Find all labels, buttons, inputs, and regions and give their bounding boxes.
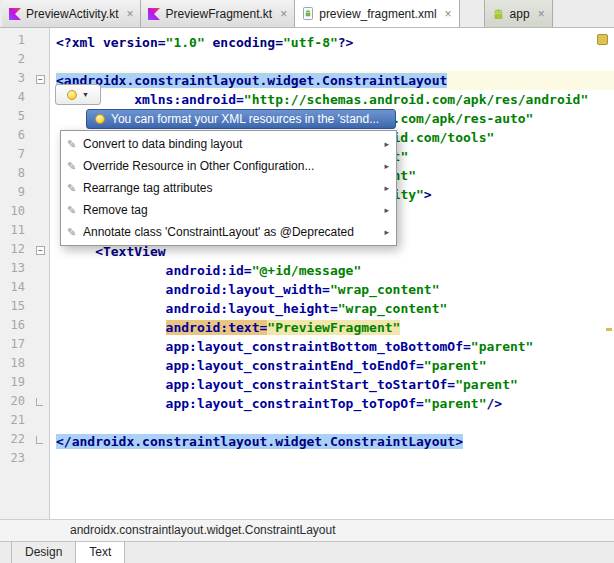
tab-preview-fragment-xml[interactable]: preview_fragment.xml× [295,0,459,27]
tooltip-text: You can format your XML resources in the… [111,112,379,126]
android-robot-icon [492,8,505,20]
chevron-down-icon: ▼ [82,91,89,98]
intention-item[interactable]: ✎Rearrange tag attributes▸ [61,177,396,199]
intention-item-label: Rearrange tag attributes [83,181,378,195]
intention-item[interactable]: ✎Override Resource in Other Configuratio… [61,155,396,177]
code-line-23 [56,451,614,470]
tab-label: PreviewFragment.kt [165,7,272,21]
kotlin-file-icon [9,8,21,20]
tab-previewfragment-kt[interactable]: PreviewFragment.kt× [141,0,295,27]
fold-end-icon[interactable] [36,398,43,406]
tab-close-icon[interactable]: × [538,7,545,21]
editor-tab-bar: PreviewActivity.kt×PreviewFragment.kt×pr… [0,0,614,28]
code-line-16: android:text="PreviewFragment" [56,318,614,337]
code-line-3: <androidx.constraintlayout.widget.Constr… [56,71,614,90]
fold-strip: −− [31,28,50,519]
fold-collapse-icon[interactable]: − [36,75,45,84]
breadcrumb-bar: androidx.constraintlayout.widget.Constra… [0,519,614,541]
tab-close-icon[interactable]: × [445,7,452,21]
bottom-tab-design[interactable]: Design [11,542,76,563]
bottom-tab-bar: DesignText [0,541,614,563]
intention-menu: ✎Convert to data binding layout▸✎Overrid… [60,130,397,246]
code-line-18: app:layout_constraintEnd_toEndOf="parent… [56,356,614,375]
warning-stripe-mark[interactable] [606,328,612,331]
code-line-20: app:layout_constraintTop_toTopOf="parent… [56,394,614,413]
intention-item-label: Override Resource in Other Configuration… [83,159,378,173]
intention-item[interactable]: ✎Remove tag▸ [61,199,396,221]
code-line-4: xmlns:android="http://schemas.android.co… [56,90,614,109]
code-line-14: android:layout_width="wrap_content" [56,280,614,299]
code-line-13: android:id="@+id/message" [56,261,614,280]
pencil-icon: ✎ [67,160,83,173]
pencil-icon: ✎ [67,138,83,151]
submenu-arrow-icon: ▸ [378,227,389,237]
code-lines: <?xml version="1.0" encoding="utf-8"?><a… [50,28,614,470]
code-line-15: android:layout_height="wrap_content" [56,299,614,318]
tab-previewactivity-kt[interactable]: PreviewActivity.kt× [2,0,141,27]
kotlin-file-icon [148,8,160,20]
code-line-21 [56,413,614,432]
intention-tooltip: You can format your XML resources in the… [86,109,396,129]
code-line-1: <?xml version="1.0" encoding="utf-8"?> [56,33,614,52]
tooltip-bulb-icon [95,114,105,124]
pencil-icon: ✎ [67,226,83,239]
code-line-19: app:layout_constraintStart_toStartOf="pa… [56,375,614,394]
tab-close-icon[interactable]: × [280,7,287,21]
tab-app[interactable]: app× [484,0,553,27]
submenu-arrow-icon: ▸ [378,183,389,193]
intention-item-label: Remove tag [83,203,378,217]
submenu-arrow-icon: ▸ [378,139,389,149]
code-area[interactable]: <?xml version="1.0" encoding="utf-8"?><a… [50,28,614,519]
intention-item[interactable]: ✎Convert to data binding layout▸ [61,133,396,155]
inspections-indicator-icon[interactable] [597,34,608,45]
intention-item-label: Convert to data binding layout [83,137,378,151]
gutter: 1234567891011121314151617181920212223 −− [0,28,50,519]
android-studio-editor-window: PreviewActivity.kt×PreviewFragment.kt×pr… [0,0,614,563]
xml-layout-file-icon [302,7,314,20]
submenu-arrow-icon: ▸ [378,205,389,215]
editor: 1234567891011121314151617181920212223 −−… [0,28,614,519]
tab-label: app [510,7,530,21]
code-line-22: </androidx.constraintlayout.widget.Const… [56,432,614,451]
intention-item-label: Annotate class 'ConstraintLayout' as @De… [83,225,378,239]
intention-bulb-button[interactable]: ▼ [55,84,101,105]
pencil-icon: ✎ [67,204,83,217]
fold-end-icon[interactable] [36,436,43,444]
submenu-arrow-icon: ▸ [378,161,389,171]
code-line-17: app:layout_constraintBottom_toBottomOf="… [56,337,614,356]
code-line-2 [56,52,614,71]
intention-item[interactable]: ✎Annotate class 'ConstraintLayout' as @D… [61,221,396,243]
breadcrumb-item[interactable]: androidx.constraintlayout.widget.Constra… [70,523,336,537]
fold-collapse-icon[interactable]: − [36,246,45,255]
bottom-tab-text[interactable]: Text [75,542,125,563]
pencil-icon: ✎ [67,182,83,195]
tab-close-icon[interactable]: × [126,7,133,21]
tab-label: PreviewActivity.kt [26,7,118,21]
bulb-icon [67,90,77,100]
tab-label: preview_fragment.xml [319,7,436,21]
